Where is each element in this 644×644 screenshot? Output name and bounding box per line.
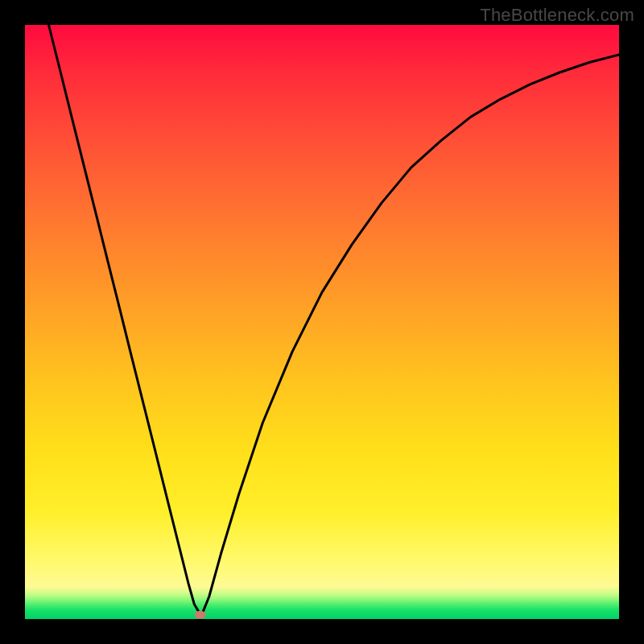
plot-area <box>25 25 619 619</box>
watermark-text: TheBottleneck.com <box>480 5 634 26</box>
bottleneck-curve <box>49 25 620 614</box>
optimal-point-marker <box>195 611 206 619</box>
chart-frame: TheBottleneck.com <box>0 0 644 644</box>
curve-layer <box>25 25 619 619</box>
